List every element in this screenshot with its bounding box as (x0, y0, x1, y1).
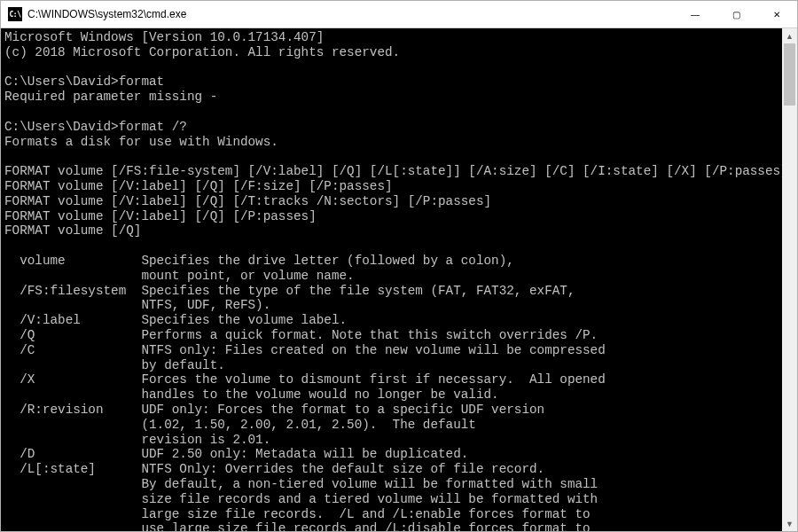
terminal-line: volume Specifies the drive letter (follo… (4, 254, 778, 269)
scrollbar-thumb[interactable] (784, 43, 795, 106)
terminal-line: (1.02, 1.50, 2.00, 2.01, 2.50). The defa… (4, 418, 778, 433)
window-controls: — ▢ ✕ (675, 1, 797, 27)
minimize-button[interactable]: — (675, 1, 716, 27)
terminal-line: C:\Users\David>format /? (4, 120, 778, 135)
terminal-line: /C NTFS only: Files created on the new v… (4, 343, 778, 358)
minimize-icon: — (691, 10, 700, 20)
terminal-line: NTFS, UDF, ReFS). (4, 298, 778, 313)
scroll-up-arrow-icon[interactable]: ▲ (782, 28, 797, 43)
close-button[interactable]: ✕ (756, 1, 797, 27)
terminal-line: size file records and a tiered volume wi… (4, 492, 778, 507)
terminal-line: FORMAT volume [/Q] (4, 223, 778, 239)
titlebar[interactable]: C:\ C:\WINDOWS\system32\cmd.exe — ▢ ✕ (1, 1, 797, 28)
terminal-line: Microsoft Windows [Version 10.0.17134.40… (4, 30, 778, 45)
maximize-icon: ▢ (732, 10, 740, 20)
terminal-line: By default, a non-tiered volume will be … (4, 477, 778, 492)
terminal-line: FORMAT volume [/FS:file-system] [/V:labe… (4, 164, 778, 179)
terminal-line: /X Forces the volume to dismount first i… (4, 372, 778, 387)
terminal-line: C:\Users\David>format (4, 74, 778, 90)
terminal-line: /Q Performs a quick format. Note that th… (4, 328, 778, 343)
terminal-line: /V:label Specifies the volume label. (4, 313, 778, 328)
terminal-output[interactable]: Microsoft Windows [Version 10.0.17134.40… (1, 28, 782, 531)
terminal-line: FORMAT volume [/V:label] [/Q] [/T:tracks… (4, 194, 778, 209)
maximize-button[interactable]: ▢ (716, 1, 756, 27)
terminal-line: FORMAT volume [/V:label] [/Q] [/P:passes… (4, 209, 778, 224)
terminal-line: revision is 2.01. (4, 433, 778, 448)
cmd-icon: C:\ (8, 7, 22, 21)
terminal-line: use large size file records and /L:disab… (4, 521, 778, 531)
terminal-line (4, 60, 778, 75)
scroll-down-arrow-icon[interactable]: ▼ (782, 516, 797, 531)
terminal-line: /D UDF 2.50 only: Metadata will be dupli… (4, 447, 778, 462)
vertical-scrollbar[interactable]: ▲ ▼ (782, 28, 797, 531)
window-title: C:\WINDOWS\system32\cmd.exe (27, 8, 675, 20)
terminal-line: FORMAT volume [/V:label] [/Q] [/F:size] … (4, 179, 778, 194)
scrollbar-track[interactable] (782, 43, 797, 516)
terminal-line (4, 149, 778, 164)
terminal-line: /L[:state] NTFS Only: Overrides the defa… (4, 462, 778, 477)
cmd-window: C:\ C:\WINDOWS\system32\cmd.exe — ▢ ✕ Mi… (0, 0, 798, 532)
terminal-line: handles to the volume would no longer be… (4, 387, 778, 403)
terminal-line: Required parameter missing - (4, 90, 778, 105)
terminal-line: by default. (4, 358, 778, 373)
terminal-line: (c) 2018 Microsoft Corporation. All righ… (4, 45, 778, 60)
terminal-line: mount point, or volume name. (4, 269, 778, 284)
close-icon: ✕ (773, 10, 780, 20)
terminal-line: /FS:filesystem Specifies the type of the… (4, 284, 778, 299)
terminal-line: Formats a disk for use with Windows. (4, 135, 778, 150)
client-area: Microsoft Windows [Version 10.0.17134.40… (1, 28, 797, 531)
terminal-line (4, 239, 778, 254)
terminal-line: /R:revision UDF only: Forces the format … (4, 403, 778, 418)
terminal-line (4, 105, 778, 120)
terminal-line: large size file records. /L and /L:enabl… (4, 507, 778, 522)
